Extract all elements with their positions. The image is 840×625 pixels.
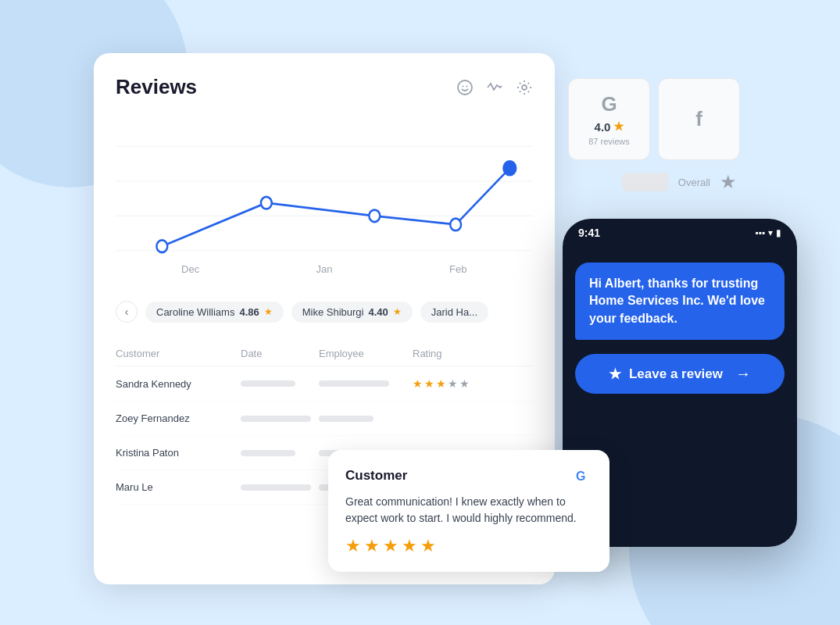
svg-point-2	[466, 85, 468, 87]
google-star-icon: ★	[613, 120, 624, 134]
date-bar-0	[241, 380, 319, 387]
google-rating-value: 4.0	[595, 120, 611, 134]
platform-cards-row: G 4.0 ★ 87 reviews f	[568, 78, 740, 160]
date-bar-2	[241, 450, 319, 456]
google-logo-icon: G	[572, 466, 592, 486]
review-star-5: ★	[420, 536, 436, 556]
overall-star-icon: ★	[720, 171, 737, 193]
col-employee: Employee	[319, 348, 413, 359]
svg-point-11	[450, 219, 461, 231]
svg-text:G: G	[576, 470, 585, 483]
svg-point-10	[369, 210, 380, 223]
col-rating: Rating	[413, 348, 491, 359]
review-star-2: ★	[364, 536, 380, 556]
overall-mini-bar	[622, 173, 669, 191]
chart-x-labels: Dec Jan Feb	[116, 263, 533, 275]
header-actions	[456, 79, 533, 96]
review-card-header: Customer G	[345, 466, 592, 486]
google-letter: G	[601, 92, 617, 116]
leave-review-arrow-icon: →	[735, 365, 751, 383]
table-row: Sandra Kennedy ★ ★ ★ ★ ★	[116, 366, 533, 402]
customer-name-0: Sandra Kennedy	[116, 378, 241, 390]
col-extra	[491, 348, 533, 359]
date-bar-1	[241, 416, 319, 422]
google-rating: 4.0 ★	[595, 120, 624, 134]
badge-star-1: ★	[393, 306, 402, 317]
svg-point-1	[463, 85, 464, 87]
battery-icon: ▮	[776, 227, 781, 238]
leave-review-star-icon: ★	[609, 366, 621, 383]
leave-review-button[interactable]: ★ Leave a review →	[575, 354, 785, 394]
svg-point-9	[261, 197, 272, 209]
badge-star-0: ★	[264, 306, 273, 317]
review-star-3: ★	[383, 536, 399, 556]
phone-content: Hi Albert, thanks for trusting Home Serv…	[563, 250, 797, 406]
overall-row: Overall ★	[568, 171, 740, 193]
review-badge-0[interactable]: Caroline Williams 4.86 ★	[145, 302, 284, 323]
platform-section: G 4.0 ★ 87 reviews f Overall ★	[568, 78, 740, 193]
employee-bar-0	[319, 380, 413, 387]
facebook-letter: f	[695, 107, 702, 131]
activity-icon[interactable]	[486, 79, 503, 96]
svg-point-3	[522, 85, 527, 90]
svg-point-0	[458, 80, 472, 95]
card-header: Reviews	[94, 53, 555, 112]
leave-review-label: Leave a review	[629, 366, 723, 382]
google-review-count: 87 reviews	[588, 137, 630, 146]
chart-label-jan: Jan	[257, 263, 391, 275]
badge-name-2: Jarid Ha...	[431, 306, 477, 318]
settings-icon[interactable]	[516, 79, 533, 96]
badge-name-0: Caroline Williams	[156, 306, 234, 318]
customer-name-2: Kristina Paton	[116, 447, 241, 459]
review-badges-row: ‹ Caroline Williams 4.86 ★ Mike Shiburgi…	[94, 291, 555, 332]
col-date: Date	[241, 348, 319, 359]
svg-point-12	[503, 161, 516, 175]
table-row: Zoey Fernandez	[116, 402, 533, 436]
page-title: Reviews	[116, 75, 197, 99]
review-badge-1[interactable]: Mike Shiburgi 4.40 ★	[291, 302, 413, 323]
badge-score-0: 4.86	[239, 306, 259, 318]
chart-label-dec: Dec	[123, 263, 257, 275]
badges-prev-button[interactable]: ‹	[116, 301, 138, 323]
overall-label: Overall	[678, 177, 710, 188]
table-header: Customer Date Employee Rating	[116, 341, 533, 366]
review-card-text: Great communication! I knew exactly when…	[345, 494, 592, 527]
customer-name-1: Zoey Fernandez	[116, 412, 241, 424]
review-card-title: Customer	[345, 468, 407, 484]
date-bar-3	[241, 484, 319, 491]
google-platform-card[interactable]: G 4.0 ★ 87 reviews	[568, 78, 650, 160]
review-card-stars: ★ ★ ★ ★ ★	[345, 536, 592, 556]
chart-label-feb: Feb	[391, 263, 525, 275]
phone-time: 9:41	[578, 227, 600, 239]
phone-status-icons: ▪▪▪ ▾ ▮	[755, 227, 781, 238]
chat-message-bubble: Hi Albert, thanks for trusting Home Serv…	[575, 262, 785, 340]
review-badge-2[interactable]: Jarid Ha...	[420, 302, 488, 323]
customer-name-3: Maru Le	[116, 481, 241, 493]
chart-area: Dec Jan Feb	[94, 112, 555, 291]
badge-name-1: Mike Shiburgi	[302, 306, 364, 318]
phone-notch	[641, 219, 719, 238]
svg-point-8	[156, 240, 167, 252]
col-customer: Customer	[116, 348, 241, 359]
rating-stars-0: ★ ★ ★ ★ ★	[413, 377, 491, 390]
review-star-4: ★	[402, 536, 417, 556]
emoji-icon[interactable]	[456, 79, 474, 96]
customer-review-card: Customer G Great communication! I knew e…	[328, 450, 609, 572]
employee-bar-1	[319, 416, 413, 422]
facebook-platform-card[interactable]: f	[658, 78, 740, 160]
signal-icon: ▪▪▪	[755, 227, 765, 238]
wifi-icon: ▾	[768, 227, 773, 238]
review-star-1: ★	[345, 536, 361, 556]
badge-score-1: 4.40	[369, 306, 388, 318]
